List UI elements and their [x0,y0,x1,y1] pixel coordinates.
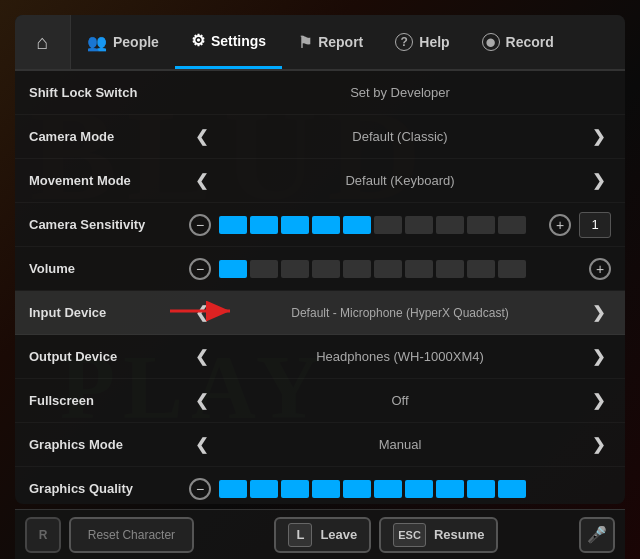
movement-mode-prev[interactable]: ❮ [189,169,214,192]
gq-seg-6 [374,480,402,498]
seg-5 [343,216,371,234]
reset-key-label: R [39,528,48,542]
seg-10 [498,216,526,234]
output-device-label: Output Device [29,349,189,364]
gq-seg-3 [281,480,309,498]
reset-character-label: Reset Character [88,528,175,542]
report-icon: ⚑ [298,33,312,52]
leave-label: Leave [320,527,357,542]
vol-seg-4 [312,260,340,278]
camera-sensitivity-slider[interactable] [219,216,541,234]
shift-lock-control: Set by Developer [189,85,611,100]
seg-6 [374,216,402,234]
nav-report[interactable]: ⚑ Report [282,15,379,69]
vol-seg-3 [281,260,309,278]
gq-seg-2 [250,480,278,498]
resume-button[interactable]: ESC Resume [379,517,498,553]
shift-lock-value: Set by Developer [189,85,611,100]
shift-lock-label: Shift Lock Switch [29,85,189,100]
camera-sensitivity-minus[interactable]: − [189,214,211,236]
nav-help-label: Help [419,34,449,50]
home-button[interactable]: ⌂ [15,15,71,69]
fullscreen-control: ❮ Off ❯ [189,389,611,412]
resume-label: Resume [434,527,485,542]
row-camera-sensitivity: Camera Sensitivity − [15,203,625,247]
gq-seg-4 [312,480,340,498]
row-camera-mode: Camera Mode ❮ Default (Classic) ❯ [15,115,625,159]
camera-mode-value: Default (Classic) [222,129,578,144]
vol-seg-2 [250,260,278,278]
volume-plus[interactable]: + [589,258,611,280]
graphics-quality-control: − [189,478,611,500]
camera-mode-label: Camera Mode [29,129,189,144]
content-area: Shift Lock Switch Set by Developer Camer… [15,71,625,504]
row-fullscreen: Fullscreen ❮ Off ❯ [15,379,625,423]
camera-mode-next[interactable]: ❯ [586,125,611,148]
volume-slider[interactable] [219,260,581,278]
output-device-prev[interactable]: ❮ [189,345,214,368]
red-arrow-indicator [170,300,240,326]
nav-help[interactable]: ? Help [379,15,465,69]
reset-character-button[interactable]: Reset Character [69,517,194,553]
graphics-quality-minus[interactable]: − [189,478,211,500]
input-device-next[interactable]: ❯ [586,301,611,324]
nav-settings-label: Settings [211,33,266,49]
row-shift-lock: Shift Lock Switch Set by Developer [15,71,625,115]
help-icon: ? [395,33,413,51]
people-icon: 👥 [87,33,107,52]
reset-key: R [25,517,61,553]
vol-seg-8 [436,260,464,278]
leave-button[interactable]: L Leave [274,517,371,553]
fullscreen-label: Fullscreen [29,393,189,408]
seg-4 [312,216,340,234]
volume-minus[interactable]: − [189,258,211,280]
graphics-mode-next[interactable]: ❯ [586,433,611,456]
nav-record[interactable]: ⬤ Record [466,15,570,69]
esc-key: ESC [393,523,426,547]
gq-seg-8 [436,480,464,498]
navbar: ⌂ 👥 People ⚙ Settings ⚑ Report ? Help ⬤ … [15,15,625,71]
input-device-value: Default - Microphone (HyperX Quadcast) [222,306,578,320]
row-input-device: Input Device ❮ Default - Microphone [15,291,625,335]
home-icon: ⌂ [36,31,48,54]
graphics-mode-label: Graphics Mode [29,437,189,452]
row-graphics-mode: Graphics Mode ❮ Manual ❯ [15,423,625,467]
mic-icon: 🎤 [587,525,607,544]
gq-seg-5 [343,480,371,498]
movement-mode-control: ❮ Default (Keyboard) ❯ [189,169,611,192]
fullscreen-value: Off [222,393,578,408]
camera-mode-prev[interactable]: ❮ [189,125,214,148]
movement-mode-next[interactable]: ❯ [586,169,611,192]
camera-sensitivity-plus[interactable]: + [549,214,571,236]
mic-button[interactable]: 🎤 [579,517,615,553]
movement-mode-value: Default (Keyboard) [222,173,578,188]
settings-icon: ⚙ [191,31,205,50]
graphics-mode-prev[interactable]: ❮ [189,433,214,456]
vol-seg-1 [219,260,247,278]
movement-mode-label: Movement Mode [29,173,189,188]
camera-mode-control: ❮ Default (Classic) ❯ [189,125,611,148]
volume-control: − + [189,258,611,280]
nav-settings[interactable]: ⚙ Settings [175,15,282,69]
gq-seg-1 [219,480,247,498]
output-device-next[interactable]: ❯ [586,345,611,368]
nav-report-label: Report [318,34,363,50]
graphics-quality-slider[interactable] [219,480,611,498]
graphics-mode-value: Manual [222,437,578,452]
row-movement-mode: Movement Mode ❮ Default (Keyboard) ❯ [15,159,625,203]
vol-seg-9 [467,260,495,278]
output-device-value: Headphones (WH-1000XM4) [222,349,578,364]
camera-sensitivity-control: − + 1 [189,212,611,238]
seg-3 [281,216,309,234]
camera-sensitivity-number: 1 [579,212,611,238]
record-icon: ⬤ [482,33,500,51]
seg-2 [250,216,278,234]
seg-7 [405,216,433,234]
nav-people[interactable]: 👥 People [71,15,175,69]
vol-seg-7 [405,260,433,278]
nav-record-label: Record [506,34,554,50]
input-device-control: ❮ Default - Microphone (HyperX Quadcast)… [189,301,611,324]
fullscreen-next[interactable]: ❯ [586,389,611,412]
fullscreen-prev[interactable]: ❮ [189,389,214,412]
row-output-device: Output Device ❮ Headphones (WH-1000XM4) … [15,335,625,379]
